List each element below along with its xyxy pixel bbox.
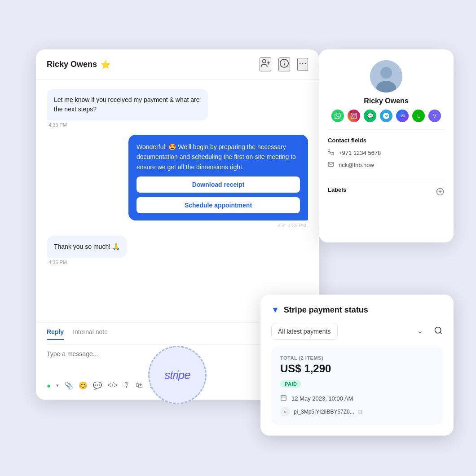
- stripe-header: ▼ Stripe payment status: [271, 305, 443, 315]
- svg-rect-18: [281, 396, 286, 401]
- email-icon: [328, 161, 334, 169]
- contact-avatar-section: Ricky Owens 💬 ✉ L: [328, 60, 445, 122]
- attach-icon[interactable]: 📎: [64, 381, 73, 390]
- bubble-sent-1: Wonderful! 🤩 We'll begin by preparing th…: [128, 135, 308, 220]
- stripe-search-button[interactable]: [434, 326, 443, 337]
- mic-icon[interactable]: 🎙: [123, 381, 130, 389]
- whatsapp-tool-icon[interactable]: ●: [47, 382, 51, 389]
- payment-id: pi_3Mp5IYI2iIBBY57Z0...: [294, 409, 354, 415]
- download-receipt-button[interactable]: Download receipt: [137, 176, 300, 193]
- code-icon[interactable]: </>: [107, 381, 118, 389]
- message-received-2: Thank you so much! 🙏 4:35 PM: [47, 236, 208, 265]
- more-options-button[interactable]: [297, 58, 308, 71]
- stripe-select-wrapper: All latest payments: [271, 323, 429, 340]
- reply-tools: ● ▾ 📎 😊 💬 </> 🎙 🛍 💲: [47, 381, 157, 390]
- paid-badge: PAID: [280, 380, 301, 388]
- payment-date-row: 12 May 2023, 10:00 AM: [280, 394, 434, 402]
- add-user-button[interactable]: [260, 57, 271, 71]
- labels-title: Labels: [328, 186, 346, 193]
- bubble-received-1: Let me know if you received my payment &…: [47, 89, 208, 120]
- payment-total-label: TOTAL (2 ITEMS): [280, 355, 434, 361]
- chat-icon[interactable]: 💬: [93, 381, 102, 390]
- contact-fields-section: Contact fields +971 1234 5678 rick@fnb.n…: [328, 129, 445, 173]
- payment-date: 12 May 2023, 10:00 AM: [291, 395, 353, 402]
- schedule-appointment-button[interactable]: Schedule appointment: [137, 197, 300, 213]
- email-row: rick@fnb.now: [328, 161, 445, 169]
- chat-header: Ricky Owens ⭐: [36, 49, 319, 80]
- svg-point-8: [305, 63, 306, 64]
- bag-icon[interactable]: 🛍: [136, 381, 143, 389]
- svg-point-16: [435, 327, 441, 333]
- message-time-1: 4:35 PM: [47, 122, 67, 128]
- payment-id-row: s pi_3Mp5IYI2iIBBY57Z0... ⧉: [280, 407, 434, 417]
- double-check-icon: ✓✓: [277, 222, 286, 229]
- contact-name-header: Ricky Owens: [47, 60, 97, 69]
- messenger-icon[interactable]: ✉: [396, 110, 409, 122]
- contact-fields-title: Contact fields: [328, 137, 445, 144]
- chat-header-right: [260, 57, 308, 71]
- labels-section: Labels: [328, 180, 445, 198]
- chat-header-left: Ricky Owens ⭐: [47, 60, 110, 70]
- stripe-title: Stripe payment status: [284, 305, 368, 315]
- star-icon: ⭐: [101, 60, 110, 70]
- stripe-float-logo: stripe: [148, 346, 207, 404]
- stripe-filter-row: All latest payments: [271, 323, 443, 340]
- stripe-logo-small: s: [280, 407, 290, 417]
- svg-line-17: [440, 332, 442, 334]
- payment-amount: US$ 1,290: [280, 362, 434, 375]
- viber-icon[interactable]: V: [428, 110, 441, 122]
- message-received-1: Let me know if you received my payment &…: [47, 89, 208, 128]
- contact-panel: Ricky Owens 💬 ✉ L: [319, 49, 454, 242]
- wechat-icon[interactable]: 💬: [364, 110, 376, 122]
- tab-internal-note[interactable]: Internal note: [73, 328, 108, 340]
- svg-point-7: [302, 63, 304, 64]
- message-text-1: Let me know if you received my payment &…: [54, 96, 199, 113]
- avatar: [370, 60, 402, 93]
- instagram-icon[interactable]: [348, 110, 360, 122]
- message-text-sent: Wonderful! 🤩 We'll begin by preparing th…: [137, 143, 296, 171]
- bubble-received-2: Thank you so much! 🙏: [47, 236, 127, 258]
- svg-point-0: [263, 60, 266, 63]
- contact-name-sidebar: Ricky Owens: [364, 97, 409, 105]
- add-label-button[interactable]: [436, 187, 445, 198]
- email-value: rick@fnb.now: [339, 162, 374, 168]
- payments-filter-select[interactable]: All latest payments: [271, 323, 338, 340]
- stripe-logo-badge: s: [280, 407, 290, 417]
- message-time-2: 4:35 PM: [47, 260, 67, 265]
- stripe-chevron-icon: ▼: [271, 305, 279, 315]
- message-time-sent: 4:35 PM: [288, 223, 306, 228]
- phone-row: +971 1234 5678: [328, 149, 445, 157]
- message-sent-footer: ✓✓ 4:35 PM: [277, 222, 308, 229]
- payment-card: TOTAL (2 ITEMS) US$ 1,290 PAID 12 May 20…: [271, 347, 443, 425]
- tab-reply[interactable]: Reply: [47, 328, 64, 340]
- message-text-2: Thank you so much! 🙏: [54, 243, 120, 250]
- chat-messages: Let me know if you received my payment &…: [36, 80, 319, 322]
- calendar-icon: [280, 394, 287, 402]
- telegram-icon[interactable]: [380, 110, 392, 122]
- stripe-float-text: stripe: [164, 368, 190, 382]
- phone-value: +971 1234 5678: [339, 150, 381, 156]
- phone-icon: [328, 149, 334, 157]
- contact-social-icons: 💬 ✉ L V: [331, 110, 441, 122]
- dropdown-tool-icon[interactable]: ▾: [56, 383, 59, 388]
- copy-payment-id-button[interactable]: ⧉: [358, 408, 362, 416]
- info-button[interactable]: [278, 57, 290, 71]
- line-icon[interactable]: L: [412, 110, 425, 122]
- stripe-payment-panel: ▼ Stripe payment status All latest payme…: [260, 295, 454, 436]
- message-sent-1: Wonderful! 🤩 We'll begin by preparing th…: [128, 135, 308, 229]
- svg-point-10: [380, 67, 392, 79]
- emoji-icon[interactable]: 😊: [79, 381, 88, 390]
- whatsapp-icon[interactable]: [331, 110, 344, 122]
- svg-point-6: [300, 63, 301, 64]
